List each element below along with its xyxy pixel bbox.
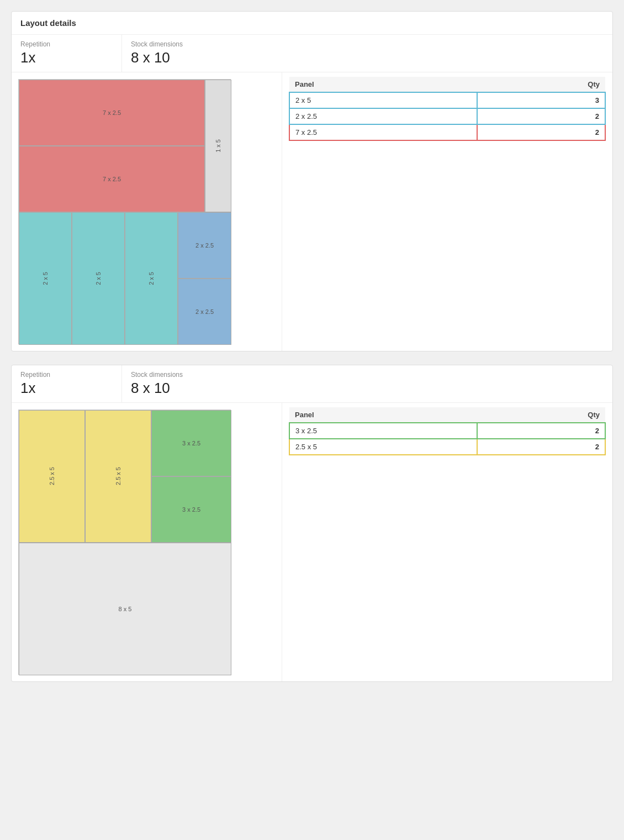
panel-name: 7 x 2.5 [289,124,477,140]
layout-body: 7 x 2.57 x 2.51 x 52 x 52 x 52 x 52 x 2.… [12,72,612,351]
repetition-label: Repetition [20,40,113,48]
panel-label: 2 x 2.5 [195,308,214,315]
table-row: 3 x 2.5 2 [289,423,605,439]
panel-qty: 2 [477,108,605,124]
panel-name: 2.5 x 5 [289,439,477,455]
panel-label: 3 x 2.5 [182,440,200,447]
stock-label: Stock dimensions [131,40,183,48]
canvas-panel-1: 2.5 x 5 [85,410,151,543]
layout-info-row: Repetition 1x Stock dimensions 8 x 10 [12,365,612,403]
stock-label: Stock dimensions [131,371,183,379]
canvas-panel-4: 8 x 5 [19,543,231,675]
canvas-panel-2: 3 x 2.5 [151,410,231,476]
table-row: 2 x 2.5 2 [289,108,605,124]
panel-label: 3 x 2.5 [182,506,200,513]
canvas-panel-6: 2 x 2.5 [178,212,231,279]
repetition-label: Repetition [20,371,113,379]
table-row: 2.5 x 5 2 [289,439,605,455]
canvas-panel-2: 1 x 5 [205,80,231,212]
panel-label: 2 x 5 [95,272,102,285]
layout-card-1: Layout details Repetition 1x Stock dimen… [11,11,613,351]
stock-section: Stock dimensions 8 x 10 [122,365,192,402]
repetition-value: 1x [20,49,113,66]
table-row: 2 x 5 3 [289,92,605,108]
canvas-area: 2.5 x 52.5 x 53 x 2.53 x 2.58 x 5 [12,403,282,681]
canvas-panel-5: 2 x 5 [125,212,178,345]
panel-qty: 2 [477,439,605,455]
layout-details-header: Layout details [12,12,612,35]
stock-canvas: 2.5 x 52.5 x 53 x 2.53 x 2.58 x 5 [18,410,231,675]
col-header-qty: Qty [477,77,605,92]
panel-label: 7 x 2.5 [103,109,121,116]
col-header-panel: Panel [289,77,477,92]
stock-section: Stock dimensions 8 x 10 [122,35,192,72]
repetition-value: 1x [20,380,113,397]
repetition-section: Repetition 1x [12,365,122,402]
panels-table-area: Panel Qty 3 x 2.5 2 2.5 x 5 2 [282,403,612,681]
layout-info-row: Repetition 1x Stock dimensions 8 x 10 [12,35,612,72]
canvas-panel-0: 2.5 x 5 [19,410,85,543]
table-row: 7 x 2.5 2 [289,124,605,140]
panels-table: Panel Qty 2 x 5 3 2 x 2.5 2 7 x 2.5 2 [289,77,606,141]
panel-label: 2 x 5 [148,272,155,285]
canvas-area: 7 x 2.57 x 2.51 x 52 x 52 x 52 x 52 x 2.… [12,72,282,351]
canvas-wrapper: 7 x 2.57 x 2.51 x 52 x 52 x 52 x 52 x 2.… [12,72,282,351]
repetition-section: Repetition 1x [12,35,122,72]
canvas-wrapper: 2.5 x 52.5 x 53 x 2.53 x 2.58 x 5 [12,403,282,681]
panel-label: 7 x 2.5 [103,176,121,182]
col-header-qty: Qty [477,407,605,423]
stock-value: 8 x 10 [131,380,183,397]
panel-label: 2 x 2.5 [195,242,214,249]
col-header-panel: Panel [289,407,477,423]
layout-body: 2.5 x 52.5 x 53 x 2.53 x 2.58 x 5 Panel … [12,403,612,681]
panel-label: 2.5 x 5 [49,467,55,485]
canvas-panel-3: 3 x 2.5 [151,476,231,543]
panel-label: 2.5 x 5 [115,467,121,485]
stock-value: 8 x 10 [131,49,183,66]
panels-table: Panel Qty 3 x 2.5 2 2.5 x 5 2 [289,407,606,455]
canvas-panel-7: 2 x 2.5 [178,279,231,345]
panel-name: 2 x 2.5 [289,108,477,124]
panel-qty: 3 [477,92,605,108]
stock-canvas: 7 x 2.57 x 2.51 x 52 x 52 x 52 x 52 x 2.… [18,79,231,344]
canvas-panel-1: 7 x 2.5 [19,146,205,212]
panel-label: 2 x 5 [42,272,49,285]
panel-name: 3 x 2.5 [289,423,477,439]
panel-label: 1 x 5 [215,139,221,153]
canvas-panel-0: 7 x 2.5 [19,80,205,146]
panel-qty: 2 [477,423,605,439]
panel-name: 2 x 5 [289,92,477,108]
canvas-panel-4: 2 x 5 [72,212,125,345]
panel-qty: 2 [477,124,605,140]
panels-table-area: Panel Qty 2 x 5 3 2 x 2.5 2 7 x 2.5 2 [282,72,612,351]
layout-card-2: Repetition 1x Stock dimensions 8 x 10 2.… [11,365,613,682]
canvas-panel-3: 2 x 5 [19,212,72,345]
panel-label: 8 x 5 [119,606,132,612]
